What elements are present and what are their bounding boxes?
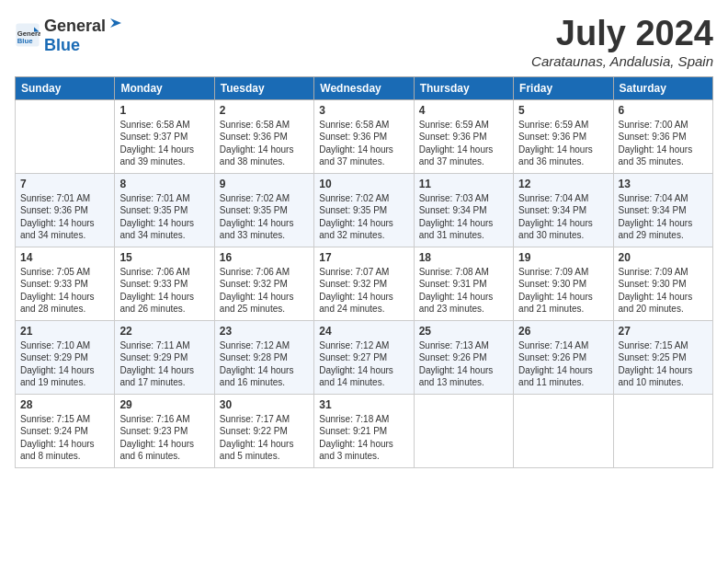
cell-daylight: Daylight: 14 hours and 23 minutes. xyxy=(419,291,508,316)
table-row: 18 Sunrise: 7:08 AM Sunset: 9:31 PM Dayl… xyxy=(414,247,513,320)
cell-daylight: Daylight: 14 hours and 8 minutes. xyxy=(20,438,109,463)
day-number: 5 xyxy=(518,104,608,117)
cell-sunrise: Sunrise: 7:04 AM xyxy=(518,192,608,205)
cell-daylight: Daylight: 14 hours and 33 minutes. xyxy=(220,217,309,242)
day-number: 20 xyxy=(619,251,708,264)
table-row: 10 Sunrise: 7:02 AM Sunset: 9:35 PM Dayl… xyxy=(314,173,414,247)
cell-sunset: Sunset: 9:34 PM xyxy=(518,204,608,217)
day-number: 1 xyxy=(119,104,209,117)
cell-daylight: Daylight: 14 hours and 34 minutes. xyxy=(119,217,209,242)
cell-sunset: Sunset: 9:32 PM xyxy=(220,278,309,291)
day-number: 6 xyxy=(619,104,708,117)
cell-sunset: Sunset: 9:36 PM xyxy=(619,131,708,144)
logo-blue-text: Blue xyxy=(44,36,80,54)
cell-sunrise: Sunrise: 6:59 AM xyxy=(518,119,608,132)
table-row: 14 Sunrise: 7:05 AM Sunset: 9:33 PM Dayl… xyxy=(16,247,115,320)
table-row: 4 Sunrise: 6:59 AM Sunset: 9:36 PM Dayli… xyxy=(414,99,513,173)
day-number: 7 xyxy=(20,178,109,190)
cell-daylight: Daylight: 14 hours and 32 minutes. xyxy=(319,217,408,242)
cell-sunset: Sunset: 9:28 PM xyxy=(220,351,309,364)
cell-sunset: Sunset: 9:33 PM xyxy=(20,278,109,291)
cell-sunrise: Sunrise: 7:15 AM xyxy=(619,339,708,352)
cell-daylight: Daylight: 14 hours and 17 minutes. xyxy=(119,364,209,389)
day-number: 21 xyxy=(20,325,109,338)
cell-sunrise: Sunrise: 7:13 AM xyxy=(419,339,508,352)
table-row: 2 Sunrise: 6:58 AM Sunset: 9:36 PM Dayli… xyxy=(214,99,313,173)
cell-daylight: Daylight: 14 hours and 28 minutes. xyxy=(20,291,109,316)
cell-daylight: Daylight: 14 hours and 13 minutes. xyxy=(419,364,508,389)
cell-daylight: Daylight: 14 hours and 34 minutes. xyxy=(20,217,109,242)
cell-sunset: Sunset: 9:35 PM xyxy=(119,204,209,217)
col-saturday: Saturday xyxy=(613,76,712,99)
table-row: 11 Sunrise: 7:03 AM Sunset: 9:34 PM Dayl… xyxy=(414,173,513,247)
day-number: 11 xyxy=(419,178,508,190)
table-row: 17 Sunrise: 7:07 AM Sunset: 9:32 PM Dayl… xyxy=(314,247,414,320)
cell-sunrise: Sunrise: 6:58 AM xyxy=(119,119,209,132)
cell-sunrise: Sunrise: 7:18 AM xyxy=(319,413,408,426)
table-row: 6 Sunrise: 7:00 AM Sunset: 9:36 PM Dayli… xyxy=(613,99,712,173)
day-number: 17 xyxy=(319,251,408,264)
day-number: 22 xyxy=(119,325,209,338)
cell-daylight: Daylight: 14 hours and 36 minutes. xyxy=(518,144,608,168)
cell-sunrise: Sunrise: 7:02 AM xyxy=(319,192,408,205)
cell-sunrise: Sunrise: 7:02 AM xyxy=(220,192,309,205)
day-number: 29 xyxy=(119,398,209,411)
cell-daylight: Daylight: 14 hours and 37 minutes. xyxy=(319,144,408,168)
cell-daylight: Daylight: 14 hours and 39 minutes. xyxy=(119,144,209,168)
cell-daylight: Daylight: 14 hours and 24 minutes. xyxy=(319,291,408,316)
day-number: 2 xyxy=(220,104,309,117)
day-number: 26 xyxy=(518,325,608,338)
cell-sunrise: Sunrise: 7:06 AM xyxy=(119,266,209,279)
month-title: July 2024 xyxy=(531,15,713,53)
calendar-table: Sunday Monday Tuesday Wednesday Thursday… xyxy=(15,76,713,468)
col-tuesday: Tuesday xyxy=(214,76,313,99)
cell-sunset: Sunset: 9:36 PM xyxy=(419,131,508,144)
cell-daylight: Daylight: 14 hours and 25 minutes. xyxy=(220,291,309,316)
day-number: 15 xyxy=(119,251,209,264)
table-row: 3 Sunrise: 6:58 AM Sunset: 9:36 PM Dayli… xyxy=(314,99,414,173)
cell-sunset: Sunset: 9:31 PM xyxy=(419,278,508,291)
day-number: 31 xyxy=(319,398,408,411)
table-row: 13 Sunrise: 7:04 AM Sunset: 9:34 PM Dayl… xyxy=(613,173,712,247)
table-row: 20 Sunrise: 7:09 AM Sunset: 9:30 PM Dayl… xyxy=(613,247,712,320)
cell-sunrise: Sunrise: 7:14 AM xyxy=(518,339,608,352)
table-row: 23 Sunrise: 7:12 AM Sunset: 9:28 PM Dayl… xyxy=(214,320,313,394)
cell-sunset: Sunset: 9:35 PM xyxy=(319,204,408,217)
table-row: 29 Sunrise: 7:16 AM Sunset: 9:23 PM Dayl… xyxy=(115,394,214,467)
day-number: 8 xyxy=(119,178,209,190)
cell-daylight: Daylight: 14 hours and 26 minutes. xyxy=(119,291,209,316)
cell-sunrise: Sunrise: 7:16 AM xyxy=(119,413,209,426)
table-row: 31 Sunrise: 7:18 AM Sunset: 9:21 PM Dayl… xyxy=(314,394,414,467)
col-friday: Friday xyxy=(514,76,613,99)
cell-sunset: Sunset: 9:21 PM xyxy=(319,425,408,438)
cell-sunrise: Sunrise: 7:01 AM xyxy=(20,192,109,205)
cell-sunrise: Sunrise: 7:11 AM xyxy=(119,339,209,352)
cell-daylight: Daylight: 14 hours and 6 minutes. xyxy=(119,438,209,463)
cell-sunset: Sunset: 9:29 PM xyxy=(119,351,209,364)
cell-sunrise: Sunrise: 7:00 AM xyxy=(619,119,708,132)
table-row: 12 Sunrise: 7:04 AM Sunset: 9:34 PM Dayl… xyxy=(514,173,613,247)
day-number: 24 xyxy=(319,325,408,338)
table-row: 16 Sunrise: 7:06 AM Sunset: 9:32 PM Dayl… xyxy=(214,247,313,320)
cell-sunrise: Sunrise: 7:05 AM xyxy=(20,266,109,279)
day-number: 10 xyxy=(319,178,408,190)
table-row: 27 Sunrise: 7:15 AM Sunset: 9:25 PM Dayl… xyxy=(613,320,712,394)
cell-sunrise: Sunrise: 7:12 AM xyxy=(220,339,309,352)
cell-daylight: Daylight: 14 hours and 30 minutes. xyxy=(518,217,608,242)
logo-arrow-icon xyxy=(107,15,123,31)
table-row: 21 Sunrise: 7:10 AM Sunset: 9:29 PM Dayl… xyxy=(16,320,115,394)
cell-sunrise: Sunrise: 7:07 AM xyxy=(319,266,408,279)
title-area: July 2024 Carataunas, Andalusia, Spain xyxy=(531,15,713,69)
table-row: 7 Sunrise: 7:01 AM Sunset: 9:36 PM Dayli… xyxy=(16,173,115,247)
day-number: 3 xyxy=(319,104,408,117)
cell-sunset: Sunset: 9:34 PM xyxy=(419,204,508,217)
cell-daylight: Daylight: 14 hours and 19 minutes. xyxy=(20,364,109,389)
cell-sunrise: Sunrise: 7:06 AM xyxy=(220,266,309,279)
cell-sunset: Sunset: 9:34 PM xyxy=(619,204,708,217)
cell-sunrise: Sunrise: 7:09 AM xyxy=(619,266,708,279)
table-row: 9 Sunrise: 7:02 AM Sunset: 9:35 PM Dayli… xyxy=(214,173,313,247)
cell-daylight: Daylight: 14 hours and 31 minutes. xyxy=(419,217,508,242)
calendar-week-4: 21 Sunrise: 7:10 AM Sunset: 9:29 PM Dayl… xyxy=(16,320,713,394)
cell-sunrise: Sunrise: 6:58 AM xyxy=(319,119,408,132)
calendar-week-3: 14 Sunrise: 7:05 AM Sunset: 9:33 PM Dayl… xyxy=(16,247,713,320)
